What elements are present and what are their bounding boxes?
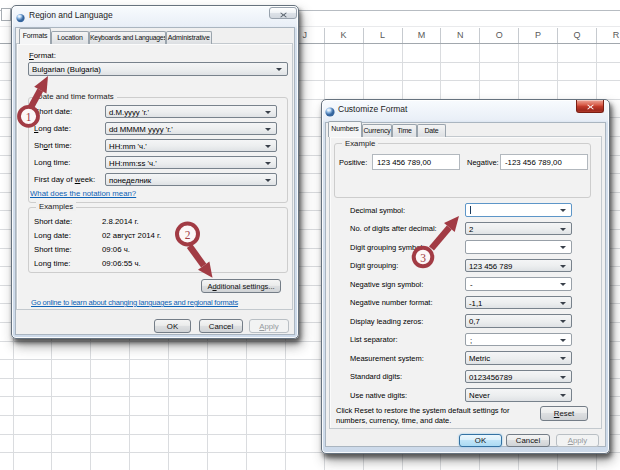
svg-text:2: 2 (185, 229, 191, 241)
svg-text:1: 1 (26, 111, 32, 123)
svg-text:3: 3 (420, 252, 426, 264)
